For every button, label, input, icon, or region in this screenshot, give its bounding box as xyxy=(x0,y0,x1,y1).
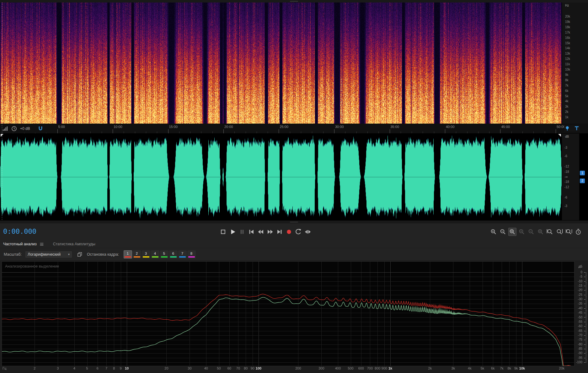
timeline-time-label: 10:00 xyxy=(114,125,122,129)
tab-label: Частотный анализ xyxy=(3,242,37,246)
timeline-time-label: 20:00 xyxy=(224,125,233,129)
loop-playback-button[interactable] xyxy=(294,227,303,237)
amplitude-tick-label: -3 xyxy=(564,205,567,208)
timeline-ticks[interactable] xyxy=(0,124,588,134)
panel-menu-icon[interactable] xyxy=(39,242,44,247)
chart-frequency-tick-label: 300 xyxy=(315,366,328,370)
play-button[interactable] xyxy=(228,227,237,237)
chart-frequency-tick-label: 20k xyxy=(555,366,568,370)
chart-frequency-tick-label: 1k xyxy=(384,366,397,370)
timeline-time-label: 40:00 xyxy=(446,125,455,129)
zoom-to-in-point-button[interactable] xyxy=(546,228,554,236)
zoom-to-out-point-button[interactable] xyxy=(555,228,564,236)
hold-color-bar xyxy=(179,256,186,258)
frequency-tick-label: 6k xyxy=(565,89,569,93)
zoom-to-selection-button[interactable] xyxy=(565,228,573,236)
stop-button[interactable] xyxy=(218,227,228,237)
hold-button-6[interactable]: 6 xyxy=(169,250,178,258)
hold-button-number: 4 xyxy=(154,252,156,255)
fast-forward-button[interactable] xyxy=(265,227,275,237)
amplitude-unit-label: dB xyxy=(565,135,569,138)
marker-icon[interactable] xyxy=(564,125,570,131)
hold-color-bar xyxy=(188,256,195,258)
tab-amplitude-statistics[interactable]: Статистика Амплитуды xyxy=(53,242,95,246)
hold-button-5[interactable]: 5 xyxy=(160,250,168,258)
level-handle-left[interactable] xyxy=(1,134,3,137)
chart-db-tick-label: -25 xyxy=(578,293,582,296)
transport-buttons xyxy=(218,227,313,237)
levels-icon[interactable] xyxy=(2,125,8,132)
hold-button-4[interactable]: 4 xyxy=(151,250,159,258)
gain-label[interactable]: +0 dB xyxy=(20,126,30,131)
timeline-ruler[interactable]: 5:0010:0015:0020:0025:0030:0035:0040:004… xyxy=(0,124,588,134)
zoom-full-button[interactable] xyxy=(508,228,516,236)
db-unit-label: дБ xyxy=(579,265,582,268)
chart-selection-label: Анализированное выделение xyxy=(5,264,59,269)
zoom-in-frequency-button[interactable] xyxy=(518,228,526,236)
copy-graph-button[interactable] xyxy=(76,251,84,258)
timer-button[interactable] xyxy=(574,228,582,236)
zoom-out-button[interactable] xyxy=(499,228,507,236)
scale-select[interactable]: Логарифмический ▾ xyxy=(25,251,72,258)
frequency-tick-label: 12k xyxy=(565,57,570,61)
skip-to-start-button[interactable] xyxy=(247,227,256,237)
skip-to-end-button[interactable] xyxy=(275,227,284,237)
chart-db-tick-label: 0 xyxy=(580,271,582,274)
amplitude-tick-label: -18 xyxy=(564,170,569,173)
chart-db-tick-label: -60 xyxy=(578,325,582,328)
amplitude-tick-label: -6 xyxy=(564,155,567,158)
clock-icon[interactable] xyxy=(11,125,17,132)
hz-unit-label: Гц xyxy=(3,366,6,370)
keyframe-icon[interactable] xyxy=(574,125,580,131)
zoom-out-frequency-button[interactable] xyxy=(527,228,535,236)
zoom-in-button[interactable] xyxy=(489,228,498,236)
chart-frequency-tick-label: 4 xyxy=(68,366,81,370)
frequency-tick-label: 4k xyxy=(565,100,569,103)
record-button[interactable] xyxy=(284,227,294,237)
chart-db-tick-label: -10 xyxy=(578,280,582,283)
hold-button-number: 2 xyxy=(136,252,138,255)
timeline-time-label: 35:00 xyxy=(391,125,399,129)
pause-button[interactable] xyxy=(237,227,247,237)
timeline-toolbar-left: +0 dB xyxy=(2,125,47,133)
chart-db-tick-label: -30 xyxy=(578,298,582,301)
panel-grip[interactable] xyxy=(0,0,588,3)
frequency-tick-label: 17k xyxy=(565,31,570,34)
amplitude-tick-label: -6 xyxy=(564,196,567,199)
hold-button-1[interactable]: 1 xyxy=(124,250,132,258)
tab-frequency-analysis[interactable]: Частотный анализ xyxy=(3,242,44,247)
panel-grip[interactable] xyxy=(0,220,588,223)
channel-2-badge[interactable]: 2 xyxy=(580,179,585,183)
snap-icon[interactable] xyxy=(37,125,44,132)
chart-frequency-tick-label: 2 xyxy=(28,366,41,370)
hold-color-bar xyxy=(125,256,131,258)
chart-frequency-tick-label: 3 xyxy=(51,366,64,370)
amplitude-tick-label: -18 xyxy=(564,180,569,184)
hold-color-bar xyxy=(134,256,140,258)
frequency-tick-label: 9k xyxy=(565,73,569,77)
level-handle-right[interactable] xyxy=(558,134,561,137)
chart-db-tick-label: -5 xyxy=(580,275,582,278)
hold-button-2[interactable]: 2 xyxy=(133,250,141,258)
hold-color-bar xyxy=(152,256,158,258)
rewind-button[interactable] xyxy=(256,227,265,237)
zoom-reset-button[interactable] xyxy=(537,228,545,236)
time-display[interactable]: 0:00.000 xyxy=(3,227,36,235)
transport-bar: 0:00.000 xyxy=(0,223,588,240)
chart-frequency-tick-label: 20 xyxy=(160,366,173,370)
timeline-time-label: 30:00 xyxy=(335,125,344,129)
frequency-analysis-panel: Анализированное выделение дБ 0-5-10-15-2… xyxy=(0,260,588,373)
timeline-time-label: 15:00 xyxy=(169,125,178,129)
skip-selection-button[interactable] xyxy=(303,227,313,237)
waveform[interactable] xyxy=(0,134,562,220)
frequency-tick-label: 15k xyxy=(565,42,570,45)
frequency-unit-label: Hz xyxy=(565,4,569,7)
channel-1-badge[interactable]: 1 xyxy=(580,171,585,175)
chart-db-tick-label: -95 xyxy=(578,356,582,360)
frequency-tick-label: 18k xyxy=(565,26,570,29)
panel-tabs: Частотный анализСтатистика Амплитуды xyxy=(0,240,588,248)
spectrogram[interactable] xyxy=(0,3,562,124)
hold-button-8[interactable]: 8 xyxy=(187,250,196,258)
hold-button-7[interactable]: 7 xyxy=(178,250,187,258)
hold-button-3[interactable]: 3 xyxy=(142,250,150,258)
